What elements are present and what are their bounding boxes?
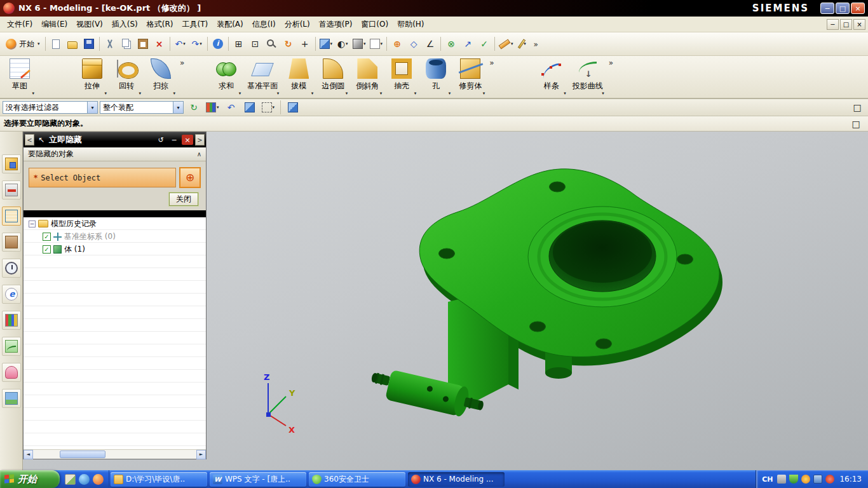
face-analysis-button[interactable] (351, 36, 368, 52)
taskbar-item-explorer[interactable]: D:\学习\毕设\唐.. (111, 472, 207, 487)
tree-row-datum-csys[interactable]: ✓ 基准坐标系 (0) (24, 230, 206, 243)
feature-project-curve[interactable]: 投影曲线 (569, 57, 607, 97)
checkbox-checked[interactable]: ✓ (43, 233, 51, 241)
delete-button[interactable]: × (151, 36, 168, 52)
browser-icon[interactable] (79, 474, 90, 485)
show-desktop-icon[interactable] (65, 474, 76, 485)
media-player-icon[interactable] (93, 474, 104, 485)
copy-button[interactable] (118, 36, 135, 52)
feature-draft[interactable]: 拔模 (281, 57, 316, 97)
confirm-button[interactable]: ✓ (476, 36, 492, 52)
undo-selection-button[interactable]: ↶ (223, 99, 240, 116)
feature-shell[interactable]: 抽壳 (384, 57, 419, 97)
menu-item-assemblies[interactable]: 装配(A) (212, 17, 248, 32)
scroll-right-button[interactable]: ► (196, 450, 206, 459)
command-finder-button[interactable]: i (210, 36, 226, 52)
taskbar-item-nx[interactable]: NX 6 - Modeling ... (408, 472, 505, 487)
child-close-button[interactable]: × (853, 19, 865, 30)
start-app-button[interactable]: 开始 (3, 36, 43, 52)
menu-item-analysis[interactable]: 分析(L) (280, 17, 315, 32)
collapse-arrow-icon[interactable]: ∧ (197, 151, 201, 158)
child-restore-button[interactable]: □ (840, 19, 852, 30)
fullscreen-toggle-button[interactable]: □ (849, 99, 865, 116)
dialog-forward-button[interactable]: > (195, 134, 205, 146)
web-browser-button[interactable] (2, 285, 21, 304)
feature-edge-blend[interactable]: 边倒圆 (316, 57, 350, 97)
vector-constructor-button[interactable]: ↗ (459, 36, 476, 52)
taskbar-item-wps[interactable]: W WPS 文字 - [唐上.. (210, 472, 306, 487)
tree-row-body[interactable]: ✓ 体 (1) (24, 243, 206, 255)
open-button[interactable] (64, 36, 81, 52)
dialog-minimize-button[interactable]: − (168, 135, 180, 145)
select-object-button[interactable]: ⊕ (179, 167, 201, 188)
redo-button[interactable]: ↷ (189, 36, 205, 52)
feature-sketch[interactable]: 草图 (3, 57, 37, 97)
close-dialog-button[interactable]: 关闭 (169, 193, 198, 206)
scrollbar-thumb[interactable] (60, 451, 105, 458)
volume-icon[interactable] (777, 475, 786, 484)
dialog-close-button[interactable]: × (182, 135, 193, 145)
cut-button[interactable] (102, 36, 118, 52)
pan-view-button[interactable]: + (297, 36, 313, 52)
menu-item-file[interactable]: 文件(F) (3, 17, 37, 32)
history-button[interactable] (2, 259, 21, 278)
shaded-object-button[interactable] (285, 99, 301, 116)
snap-point-button[interactable]: ⊕ (389, 36, 405, 52)
menu-item-insert[interactable]: 插入(S) (107, 17, 142, 32)
color-filter-button[interactable] (204, 99, 221, 116)
toolbar-overflow-icon[interactable]: » (178, 57, 186, 67)
restore-button[interactable]: □ (836, 3, 850, 14)
feature-sweep[interactable]: 扫掠 (144, 57, 178, 97)
roles-button[interactable] (2, 363, 21, 382)
new-button[interactable] (48, 36, 64, 52)
menu-item-window[interactable]: 窗口(O) (356, 17, 393, 32)
visualization-button[interactable] (2, 337, 21, 356)
system-materials-button[interactable] (2, 311, 21, 330)
scroll-left-button[interactable]: ◄ (24, 450, 33, 459)
cue-line-options-button[interactable]: □ (848, 116, 864, 132)
selection-scope-combo[interactable]: 整个装配 (100, 101, 184, 114)
feature-trim-body[interactable]: 修剪体 (453, 57, 487, 97)
feature-revolve[interactable]: 回转 (109, 57, 144, 97)
measure-button[interactable] (497, 36, 515, 52)
checkbox-checked[interactable]: ✓ (43, 245, 51, 254)
annotation-button[interactable] (515, 36, 532, 52)
snap-midpoint-button[interactable]: ◇ (405, 36, 422, 52)
undo-button[interactable]: ↶ (172, 36, 189, 52)
save-button[interactable] (81, 36, 97, 52)
child-minimize-button[interactable]: − (827, 19, 839, 30)
menu-item-tools[interactable]: 工具(T) (177, 17, 212, 32)
menu-item-edit[interactable]: 编辑(E) (37, 17, 72, 32)
feature-studio-spline[interactable]: 样条 (534, 57, 569, 97)
select-object-field[interactable]: * Select Object (29, 168, 176, 187)
menu-item-preferences[interactable]: 首选项(P) (315, 17, 357, 32)
language-indicator[interactable]: CH (762, 475, 773, 484)
refresh-selection-button[interactable]: ↻ (186, 99, 202, 116)
feature-chamfer[interactable]: 倒斜角 (350, 57, 384, 97)
combo-arrow-icon[interactable] (87, 102, 97, 113)
combo-arrow-icon[interactable] (173, 102, 183, 113)
constraint-navigator-button[interactable] (2, 180, 21, 200)
rectangle-select-button[interactable] (260, 99, 277, 116)
expander-icon[interactable]: − (29, 220, 36, 227)
paste-button[interactable] (135, 36, 151, 52)
feature-unite[interactable]: 求和 (209, 57, 243, 97)
part-navigator-tree[interactable]: − 模型历史记录 ✓ 基准坐标系 (0) ✓ 体 (1) (24, 217, 206, 449)
clock[interactable]: 16:13 (839, 475, 862, 484)
fit-view-button[interactable]: ⊞ (231, 36, 247, 52)
network-icon[interactable] (813, 475, 822, 484)
toolbar-overflow-icon[interactable]: » (607, 57, 615, 67)
hide-dialog-titlebar[interactable]: < ↖ 立即隐藏 ↺ − × > (24, 132, 206, 147)
shaded-display-button[interactable] (318, 36, 335, 52)
reuse-library-button[interactable] (2, 233, 21, 252)
rotate-view-button[interactable]: ↻ (280, 36, 297, 52)
cad-model[interactable] (368, 169, 722, 421)
taskbar-item-360[interactable]: 360安全卫士 (309, 472, 405, 487)
selection-filter-combo[interactable]: 没有选择过滤器 (3, 101, 98, 114)
menu-item-information[interactable]: 信息(I) (248, 17, 280, 32)
menu-item-help[interactable]: 帮助(H) (393, 17, 428, 32)
dialog-reset-button[interactable]: ↺ (155, 135, 166, 145)
highlight-body-button[interactable] (241, 99, 258, 116)
menu-item-view[interactable]: 视图(V) (72, 17, 107, 32)
feature-datum-plane[interactable]: 基准平面 (243, 57, 281, 97)
